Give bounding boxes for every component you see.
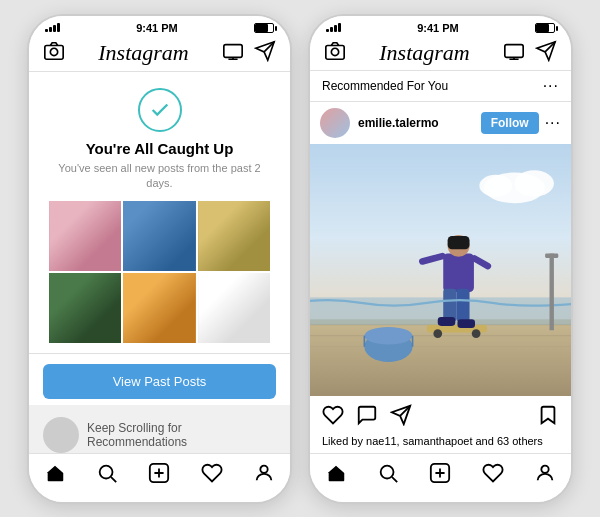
tab-bar-left [29,453,290,502]
status-right-right [535,23,555,33]
caught-up-subtitle: You've seen all new posts from the past … [49,161,270,192]
caught-up-section: You're All Caught Up You've seen all new… [29,72,290,355]
svg-rect-37 [457,319,475,328]
svg-point-35 [472,329,481,338]
recommended-label: Recommended For You [322,79,448,93]
tv-icon-right[interactable] [503,40,525,66]
status-time-right: 9:41 PM [417,22,459,34]
app-title-left: Instagram [98,40,188,66]
photo-grid [49,191,270,343]
view-past-posts-button[interactable]: View Past Posts [43,364,276,399]
grid-photo-6 [198,273,270,343]
svg-point-40 [479,174,512,196]
likes-text: Liked by nae11, samanthapoet and 63 othe… [310,435,571,453]
grid-photo-2 [123,201,195,271]
nav-right-icons-left [222,40,276,66]
tab-bar-right [310,453,571,502]
status-time-left: 9:41 PM [136,22,178,34]
svg-point-50 [541,465,548,472]
post-header: emilie.talermo Follow ··· [310,102,571,144]
svg-rect-13 [505,44,523,57]
svg-point-23 [364,326,412,344]
avatar[interactable] [320,108,350,138]
signal-icon-right [326,23,341,32]
nav-right-icons-right [503,40,557,66]
svg-point-5 [100,465,113,478]
more-options-recommended[interactable]: ··· [543,77,559,95]
keep-scrolling-section: Keep Scrolling for Recommendations [29,405,290,452]
follow-button[interactable]: Follow [481,112,539,134]
more-options-post[interactable]: ··· [545,114,561,132]
send-icon[interactable] [254,40,276,66]
post-user: emilie.talermo [320,108,439,138]
tab-search-right[interactable] [377,462,399,490]
battery-icon-right [535,23,555,33]
svg-rect-41 [550,253,554,330]
svg-point-39 [514,170,553,196]
svg-point-10 [260,465,267,472]
actions-left [322,404,412,431]
send-icon-right[interactable] [535,40,557,66]
svg-point-12 [331,48,338,55]
left-main-content: You're All Caught Up You've seen all new… [29,72,290,453]
status-bar-right: 9:41 PM [310,16,571,36]
status-right-left [254,23,274,33]
svg-rect-26 [443,253,474,291]
tab-add-left[interactable] [148,462,170,490]
svg-rect-28 [448,236,470,249]
post-actions [310,396,571,435]
tab-heart-right[interactable] [482,462,504,490]
comment-icon[interactable] [356,404,378,431]
nav-bar-right: Instagram [310,36,571,71]
caught-up-title: You're All Caught Up [86,140,234,157]
post-image [310,144,571,396]
camera-icon[interactable] [43,40,65,67]
svg-rect-30 [456,288,469,321]
left-phone: 9:41 PM Instagram [27,14,292,504]
camera-icon-right[interactable] [324,40,346,66]
username[interactable]: emilie.talermo [358,116,439,130]
bookmark-icon[interactable] [537,404,559,431]
tab-home-left[interactable] [44,462,66,490]
like-icon[interactable] [322,404,344,431]
tab-search-left[interactable] [96,462,118,490]
grid-photo-3 [198,201,270,271]
tv-icon[interactable] [222,40,244,66]
svg-line-6 [111,477,116,482]
signal-area-right [326,23,341,32]
likes-content: Liked by nae11, samanthapoet and 63 othe… [322,435,543,447]
signal-area [45,23,60,32]
battery-icon [254,23,274,33]
svg-point-34 [433,329,442,338]
tab-home-right[interactable] [325,462,347,490]
svg-rect-36 [438,317,456,326]
tab-profile-left[interactable] [253,462,275,490]
nav-bar-left: Instagram [29,36,290,72]
svg-rect-29 [443,288,456,321]
app-title-right: Instagram [379,40,469,66]
keep-scrolling-thumbnail [43,417,79,452]
status-bar-left: 9:41 PM [29,16,290,36]
check-circle [138,88,182,132]
tab-heart-left[interactable] [201,462,223,490]
keep-scrolling-text: Keep Scrolling for Recommendations [87,421,276,449]
signal-icon [45,23,60,32]
post-header-right: Follow ··· [481,112,561,134]
svg-rect-42 [545,253,558,257]
tab-profile-right[interactable] [534,462,556,490]
grid-photo-4 [49,273,121,343]
svg-line-46 [392,477,397,482]
tab-add-right[interactable] [429,462,451,490]
grid-photo-5 [123,273,195,343]
svg-point-1 [50,48,57,55]
recommended-header: Recommended For You ··· [310,71,571,102]
svg-point-45 [381,465,394,478]
svg-rect-2 [224,45,242,58]
grid-photo-1 [49,201,121,271]
right-main-content: emilie.talermo Follow ··· [310,102,571,453]
share-icon[interactable] [390,404,412,431]
right-phone: 9:41 PM Instagram [308,14,573,504]
